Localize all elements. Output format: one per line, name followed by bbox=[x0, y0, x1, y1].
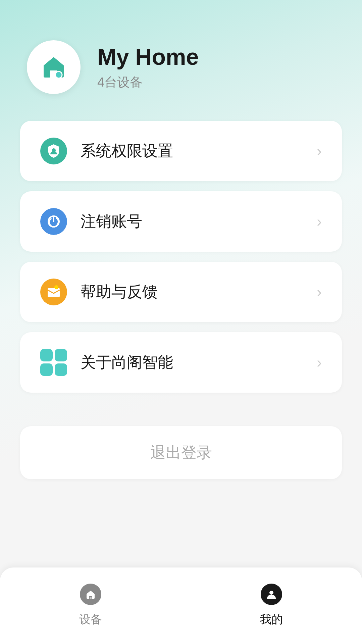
nav-mine-icon-wrap bbox=[258, 581, 285, 608]
spacer bbox=[0, 399, 362, 419]
power-icon-wrap bbox=[40, 208, 67, 235]
shield-icon bbox=[46, 143, 62, 159]
svg-point-6 bbox=[269, 591, 273, 595]
mail-icon bbox=[46, 284, 62, 300]
svg-rect-5 bbox=[90, 597, 92, 599]
nav-item-mine[interactable]: 我的 bbox=[258, 581, 285, 627]
shield-icon-wrap bbox=[40, 138, 67, 164]
chevron-right-icon-2: › bbox=[317, 213, 322, 230]
home-nav-icon bbox=[84, 588, 97, 601]
home-subtitle: 4台设备 bbox=[97, 74, 199, 91]
bottom-nav: 设备 我的 bbox=[0, 567, 362, 644]
menu-item-system-permissions[interactable]: 系统权限设置 › bbox=[20, 121, 342, 181]
grid-cell-4 bbox=[55, 363, 67, 376]
chevron-right-icon-4: › bbox=[317, 354, 322, 371]
device-nav-icon bbox=[80, 584, 101, 605]
menu-label-help-feedback: 帮助与反馈 bbox=[81, 282, 303, 302]
menu-label-cancel-account: 注销账号 bbox=[81, 211, 303, 232]
nav-label-mine: 我的 bbox=[260, 612, 283, 627]
chevron-right-icon-1: › bbox=[317, 143, 322, 159]
mine-nav-icon bbox=[261, 584, 282, 605]
logout-section: 退出登录 bbox=[0, 419, 362, 499]
nav-label-devices: 设备 bbox=[79, 612, 102, 627]
menu-label-system-permissions: 系统权限设置 bbox=[81, 141, 303, 161]
mail-icon-wrap bbox=[40, 279, 67, 305]
home-avatar bbox=[27, 40, 81, 94]
grid-cell-1 bbox=[40, 349, 53, 361]
grid-icon-wrap bbox=[40, 349, 67, 376]
menu-label-about: 关于尚阁智能 bbox=[81, 352, 303, 373]
svg-point-4 bbox=[54, 285, 58, 289]
svg-rect-3 bbox=[48, 288, 60, 297]
menu-item-about[interactable]: 关于尚阁智能 › bbox=[20, 332, 342, 393]
grid-cell-3 bbox=[40, 363, 53, 376]
svg-point-0 bbox=[55, 71, 62, 78]
home-title: My Home bbox=[97, 44, 199, 70]
header-text: My Home 4台设备 bbox=[97, 44, 199, 91]
power-icon bbox=[46, 213, 62, 230]
menu-item-help-feedback[interactable]: 帮助与反馈 › bbox=[20, 262, 342, 322]
menu-section: 系统权限设置 › 注销账号 › 帮助与反馈 › bbox=[0, 114, 362, 399]
menu-item-cancel-account[interactable]: 注销账号 › bbox=[20, 191, 342, 252]
logout-label: 退出登录 bbox=[150, 442, 212, 463]
chevron-right-icon-3: › bbox=[317, 284, 322, 300]
grid-cell-2 bbox=[55, 349, 67, 361]
nav-item-devices[interactable]: 设备 bbox=[77, 581, 104, 627]
bottom-spacer bbox=[0, 499, 362, 567]
home-icon bbox=[39, 52, 69, 82]
profile-nav-icon bbox=[265, 588, 278, 601]
header-section: My Home 4台设备 bbox=[0, 0, 362, 114]
logout-button[interactable]: 退出登录 bbox=[20, 426, 342, 479]
nav-device-icon-wrap bbox=[77, 581, 104, 608]
